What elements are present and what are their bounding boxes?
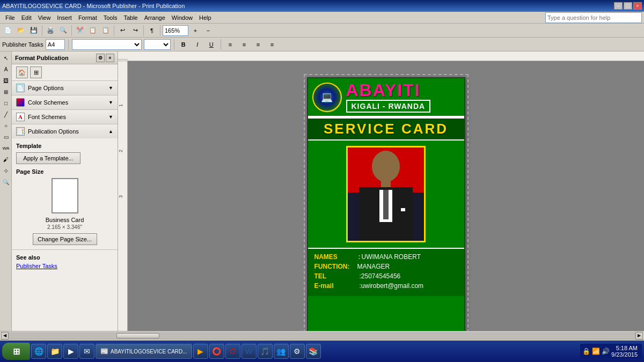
start-button[interactable]: ⊞: [2, 343, 30, 360]
print-preview-btn[interactable]: 🔍: [57, 25, 69, 36]
settings-btn[interactable]: ⚙: [290, 344, 305, 359]
color-schemes-header[interactable]: Color Schemes ▼: [12, 95, 118, 109]
music-btn[interactable]: 🎵: [258, 344, 273, 359]
image-tool[interactable]: 🖼: [1, 75, 11, 86]
opera-icon: O: [230, 347, 236, 356]
media-btn[interactable]: ▶: [63, 344, 78, 359]
align-right-btn[interactable]: ≡: [252, 39, 264, 50]
logo-inner: 💻: [313, 84, 340, 110]
scroll-track[interactable]: [9, 333, 635, 339]
page-size-dims: 2.165 × 3.346": [47, 224, 82, 230]
table-tool[interactable]: ⊞: [1, 86, 11, 97]
color-schemes-expand: ▼: [108, 100, 113, 105]
pub-options-header[interactable]: 📑 Publication Options ▲: [12, 124, 118, 138]
redo-btn[interactable]: ↪: [129, 25, 141, 36]
rect-tool[interactable]: ▭: [1, 131, 11, 142]
email-value: :uwirobert@gmail.com: [360, 282, 424, 290]
horizontal-scrollbar: ◀ ▶: [0, 331, 644, 339]
zoom-input[interactable]: [163, 25, 188, 36]
canvas-area[interactable]: -1 0 1 2 3 4 1 2 3: [118, 51, 644, 331]
page-options-header[interactable]: 📄 Page Options ▼: [12, 81, 118, 95]
underline-btn[interactable]: U: [206, 39, 217, 50]
menu-tools[interactable]: Tools: [100, 13, 121, 22]
help-search-input[interactable]: [545, 12, 642, 23]
panel-settings-icon[interactable]: ⚙: [96, 54, 105, 62]
menu-file[interactable]: File: [2, 13, 18, 22]
publisher-taskbar-btn[interactable]: 📰 ABAYITILOGOSEVICE CARD...: [96, 344, 192, 359]
menu-edit[interactable]: Edit: [18, 13, 35, 22]
bold-btn[interactable]: B: [178, 39, 189, 50]
sep-t1: [68, 39, 69, 50]
zoom-in-btn[interactable]: +: [189, 25, 201, 36]
zoom-tool[interactable]: 🔍: [1, 176, 11, 187]
ie-btn[interactable]: 🌐: [31, 344, 46, 359]
meeting-btn[interactable]: 👥: [274, 344, 289, 359]
menu-format[interactable]: Format: [75, 13, 100, 22]
card-logo: 💻: [312, 83, 342, 112]
meeting-icon: 👥: [276, 347, 286, 356]
book-btn[interactable]: 📚: [306, 344, 321, 359]
cut-btn[interactable]: ✂️: [74, 25, 86, 36]
menu-arrange[interactable]: Arrange: [141, 13, 169, 22]
change-page-size-button[interactable]: Change Page Size...: [33, 233, 97, 245]
publisher-tasks-link[interactable]: Publisher Tasks: [16, 263, 113, 269]
chrome-btn[interactable]: ⭕: [209, 344, 224, 359]
zoom-out-btn[interactable]: −: [202, 25, 214, 36]
page-options-expand: ▼: [108, 85, 113, 91]
apply-template-button[interactable]: Apply a Template...: [16, 152, 80, 164]
window-title: ABAYITILOGOSEVICE CARD - Microsoft Publi…: [2, 3, 185, 9]
para-btn[interactable]: ¶: [146, 25, 158, 36]
style-dropdown[interactable]: [72, 39, 142, 50]
text-tool[interactable]: A: [1, 64, 11, 75]
align-center-btn[interactable]: ≡: [238, 39, 250, 50]
font-schemes-header[interactable]: A Font Schemes ▼: [12, 110, 118, 124]
service-card[interactable]: 💻 ABAYITI KIGALI - RWANDA SERVICE CARD: [307, 77, 465, 331]
italic-btn[interactable]: I: [192, 39, 203, 50]
word-btn[interactable]: W: [241, 344, 257, 359]
shapes-tool[interactable]: □: [1, 98, 11, 108]
mail-btn[interactable]: ✉: [79, 344, 94, 359]
folder-btn[interactable]: 📁: [47, 344, 62, 359]
ruler-v-mark-3: 3: [118, 195, 123, 198]
panel-header: Format Publication ⚙ ×: [12, 51, 118, 64]
new-btn[interactable]: 📄: [2, 25, 14, 36]
menu-view[interactable]: View: [35, 13, 54, 22]
panel-home-btn[interactable]: 🏠: [16, 67, 28, 78]
crop-tool[interactable]: ⊹: [1, 165, 11, 176]
menu-help[interactable]: Help: [196, 13, 215, 22]
menu-table[interactable]: Table: [120, 13, 141, 22]
wordart-tool[interactable]: WA: [1, 143, 11, 153]
book-icon: 📚: [309, 347, 318, 356]
close-button[interactable]: ×: [633, 2, 642, 10]
names-label: NAMES: [314, 253, 357, 261]
scroll-right-btn[interactable]: ▶: [635, 332, 643, 339]
copy-btn[interactable]: 📋: [87, 25, 99, 36]
align-justify-btn[interactable]: ≡: [266, 39, 278, 50]
maximize-button[interactable]: □: [624, 2, 632, 10]
paste-btn[interactable]: 📋: [100, 25, 112, 36]
oval-tool[interactable]: ○: [1, 120, 11, 131]
tasks-num-input[interactable]: [46, 39, 65, 50]
scroll-thumb[interactable]: [116, 333, 159, 338]
align-left-btn[interactable]: ≡: [224, 39, 236, 50]
menu-window[interactable]: Window: [169, 13, 196, 22]
vlc-btn[interactable]: ▶: [193, 344, 208, 359]
panel-layout-btn[interactable]: ⊞: [30, 67, 42, 78]
select-tool[interactable]: ↖: [1, 53, 11, 63]
see-also-title: See also: [16, 254, 113, 261]
minimize-button[interactable]: −: [614, 2, 623, 10]
line-tool[interactable]: ╱: [1, 109, 11, 120]
save-btn[interactable]: 💾: [28, 25, 40, 36]
paint-tool[interactable]: 🖌: [1, 154, 11, 165]
menu-insert[interactable]: Insert: [54, 13, 75, 22]
card-photo: [346, 146, 426, 242]
scroll-left-btn[interactable]: ◀: [1, 332, 9, 339]
open-btn[interactable]: 📂: [15, 25, 27, 36]
opera-btn[interactable]: O: [225, 344, 240, 359]
undo-btn[interactable]: ↩: [116, 25, 128, 36]
chrome-icon: ⭕: [212, 347, 221, 356]
media-icon: ▶: [68, 347, 74, 356]
print-btn[interactable]: 🖨️: [45, 25, 56, 36]
size-dropdown[interactable]: [144, 39, 171, 50]
panel-close-icon[interactable]: ×: [106, 54, 114, 62]
